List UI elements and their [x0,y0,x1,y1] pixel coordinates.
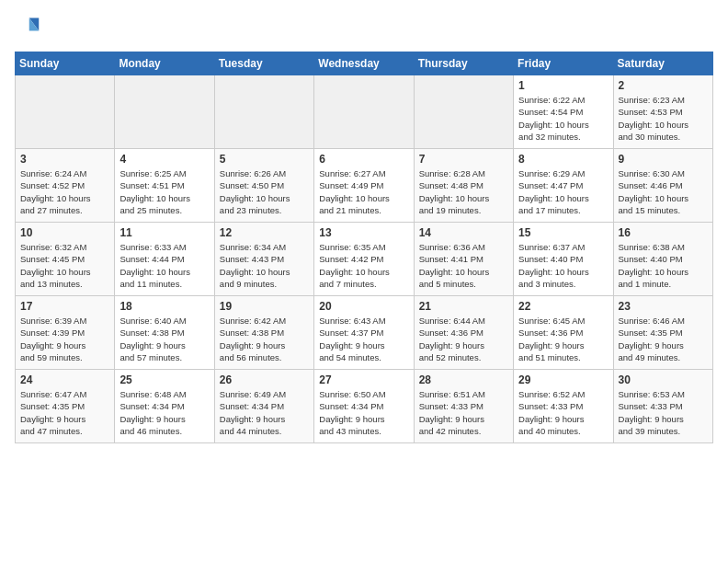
calendar-cell: 13Sunrise: 6:35 AM Sunset: 4:42 PM Dayli… [314,223,414,296]
day-info: Sunrise: 6:33 AM Sunset: 4:44 PM Dayligh… [119,241,209,290]
day-info: Sunrise: 6:48 AM Sunset: 4:34 PM Dayligh… [119,388,209,437]
day-number: 27 [319,373,408,386]
week-row-4: 17Sunrise: 6:39 AM Sunset: 4:39 PM Dayli… [16,296,713,370]
page-header [15,15,713,40]
calendar-cell: 14Sunrise: 6:36 AM Sunset: 4:41 PM Dayli… [414,223,513,296]
day-info: Sunrise: 6:24 AM Sunset: 4:52 PM Dayligh… [20,167,109,216]
day-info: Sunrise: 6:38 AM Sunset: 4:40 PM Dayligh… [619,241,708,290]
day-number: 10 [20,226,109,239]
day-number: 8 [518,153,608,166]
day-info: Sunrise: 6:50 AM Sunset: 4:34 PM Dayligh… [319,388,408,437]
day-number: 9 [619,153,708,166]
day-number: 11 [119,226,209,239]
week-row-3: 10Sunrise: 6:32 AM Sunset: 4:45 PM Dayli… [16,223,713,296]
calendar-cell: 29Sunrise: 6:52 AM Sunset: 4:33 PM Dayli… [514,370,613,443]
week-row-2: 3Sunrise: 6:24 AM Sunset: 4:52 PM Daylig… [16,149,713,223]
day-info: Sunrise: 6:53 AM Sunset: 4:33 PM Dayligh… [619,388,708,437]
day-number: 22 [518,300,608,313]
day-info: Sunrise: 6:35 AM Sunset: 4:42 PM Dayligh… [319,241,408,290]
calendar-cell: 20Sunrise: 6:43 AM Sunset: 4:37 PM Dayli… [314,296,414,370]
calendar-table: SundayMondayTuesdayWednesdayThursdayFrid… [15,52,713,443]
day-number: 21 [419,300,508,313]
calendar-cell: 7Sunrise: 6:28 AM Sunset: 4:48 PM Daylig… [414,149,513,223]
calendar-cell: 25Sunrise: 6:48 AM Sunset: 4:34 PM Dayli… [115,370,214,443]
day-number: 1 [518,79,608,92]
calendar-cell [115,75,214,149]
day-info: Sunrise: 6:46 AM Sunset: 4:35 PM Dayligh… [619,315,708,363]
day-number: 5 [220,153,309,166]
logo-icon [15,15,40,40]
calendar-cell: 27Sunrise: 6:50 AM Sunset: 4:34 PM Dayli… [314,370,414,443]
day-number: 26 [220,373,309,386]
day-info: Sunrise: 6:43 AM Sunset: 4:37 PM Dayligh… [319,315,408,363]
day-number: 29 [518,373,608,386]
calendar-cell: 26Sunrise: 6:49 AM Sunset: 4:34 PM Dayli… [214,370,313,443]
calendar-cell: 24Sunrise: 6:47 AM Sunset: 4:35 PM Dayli… [16,370,115,443]
day-number: 28 [419,373,508,386]
calendar-cell [414,75,513,149]
day-number: 4 [119,153,209,166]
calendar-cell: 23Sunrise: 6:46 AM Sunset: 4:35 PM Dayli… [613,296,712,370]
col-header-sunday: Sunday [16,52,115,75]
day-info: Sunrise: 6:47 AM Sunset: 4:35 PM Dayligh… [20,388,109,437]
day-info: Sunrise: 6:40 AM Sunset: 4:38 PM Dayligh… [119,315,209,363]
calendar-cell: 11Sunrise: 6:33 AM Sunset: 4:44 PM Dayli… [115,223,214,296]
calendar-cell: 15Sunrise: 6:37 AM Sunset: 4:40 PM Dayli… [514,223,613,296]
calendar-cell [16,75,115,149]
day-number: 25 [119,373,209,386]
day-info: Sunrise: 6:42 AM Sunset: 4:38 PM Dayligh… [220,315,309,363]
logo [15,15,44,40]
calendar-cell: 6Sunrise: 6:27 AM Sunset: 4:49 PM Daylig… [314,149,414,223]
calendar-header-row: SundayMondayTuesdayWednesdayThursdayFrid… [16,52,713,75]
day-info: Sunrise: 6:26 AM Sunset: 4:50 PM Dayligh… [220,167,309,216]
day-number: 20 [319,300,408,313]
calendar-cell: 17Sunrise: 6:39 AM Sunset: 4:39 PM Dayli… [16,296,115,370]
day-info: Sunrise: 6:37 AM Sunset: 4:40 PM Dayligh… [518,241,608,290]
calendar-cell: 10Sunrise: 6:32 AM Sunset: 4:45 PM Dayli… [16,223,115,296]
day-info: Sunrise: 6:22 AM Sunset: 4:54 PM Dayligh… [518,94,608,143]
day-info: Sunrise: 6:25 AM Sunset: 4:51 PM Dayligh… [119,167,209,216]
calendar-cell: 2Sunrise: 6:23 AM Sunset: 4:53 PM Daylig… [613,75,712,149]
calendar-cell: 3Sunrise: 6:24 AM Sunset: 4:52 PM Daylig… [16,149,115,223]
calendar-cell: 12Sunrise: 6:34 AM Sunset: 4:43 PM Dayli… [214,223,313,296]
day-number: 16 [619,226,708,239]
day-number: 24 [20,373,109,386]
calendar-cell: 22Sunrise: 6:45 AM Sunset: 4:36 PM Dayli… [514,296,613,370]
day-info: Sunrise: 6:34 AM Sunset: 4:43 PM Dayligh… [220,241,309,290]
day-number: 13 [319,226,408,239]
calendar-cell: 21Sunrise: 6:44 AM Sunset: 4:36 PM Dayli… [414,296,513,370]
day-number: 19 [220,300,309,313]
calendar-cell: 8Sunrise: 6:29 AM Sunset: 4:47 PM Daylig… [514,149,613,223]
week-row-1: 1Sunrise: 6:22 AM Sunset: 4:54 PM Daylig… [16,75,713,149]
calendar-cell [214,75,313,149]
day-number: 7 [419,153,508,166]
day-number: 3 [20,153,109,166]
day-info: Sunrise: 6:30 AM Sunset: 4:46 PM Dayligh… [619,167,708,216]
col-header-wednesday: Wednesday [314,52,414,75]
day-number: 12 [220,226,309,239]
calendar-cell: 4Sunrise: 6:25 AM Sunset: 4:51 PM Daylig… [115,149,214,223]
calendar-cell: 1Sunrise: 6:22 AM Sunset: 4:54 PM Daylig… [514,75,613,149]
day-number: 23 [619,300,708,313]
calendar-cell: 30Sunrise: 6:53 AM Sunset: 4:33 PM Dayli… [613,370,712,443]
day-info: Sunrise: 6:39 AM Sunset: 4:39 PM Dayligh… [20,315,109,363]
calendar-cell: 5Sunrise: 6:26 AM Sunset: 4:50 PM Daylig… [214,149,313,223]
day-number: 17 [20,300,109,313]
calendar-cell: 18Sunrise: 6:40 AM Sunset: 4:38 PM Dayli… [115,296,214,370]
day-number: 15 [518,226,608,239]
day-info: Sunrise: 6:51 AM Sunset: 4:33 PM Dayligh… [419,388,508,437]
day-number: 6 [319,153,408,166]
day-info: Sunrise: 6:36 AM Sunset: 4:41 PM Dayligh… [419,241,508,290]
col-header-friday: Friday [514,52,613,75]
day-number: 14 [419,226,508,239]
calendar-cell: 28Sunrise: 6:51 AM Sunset: 4:33 PM Dayli… [414,370,513,443]
calendar-cell: 19Sunrise: 6:42 AM Sunset: 4:38 PM Dayli… [214,296,313,370]
day-number: 18 [119,300,209,313]
day-number: 2 [619,79,708,92]
day-info: Sunrise: 6:28 AM Sunset: 4:48 PM Dayligh… [419,167,508,216]
col-header-saturday: Saturday [613,52,712,75]
col-header-monday: Monday [115,52,214,75]
day-info: Sunrise: 6:29 AM Sunset: 4:47 PM Dayligh… [518,167,608,216]
day-info: Sunrise: 6:52 AM Sunset: 4:33 PM Dayligh… [518,388,608,437]
day-info: Sunrise: 6:32 AM Sunset: 4:45 PM Dayligh… [20,241,109,290]
